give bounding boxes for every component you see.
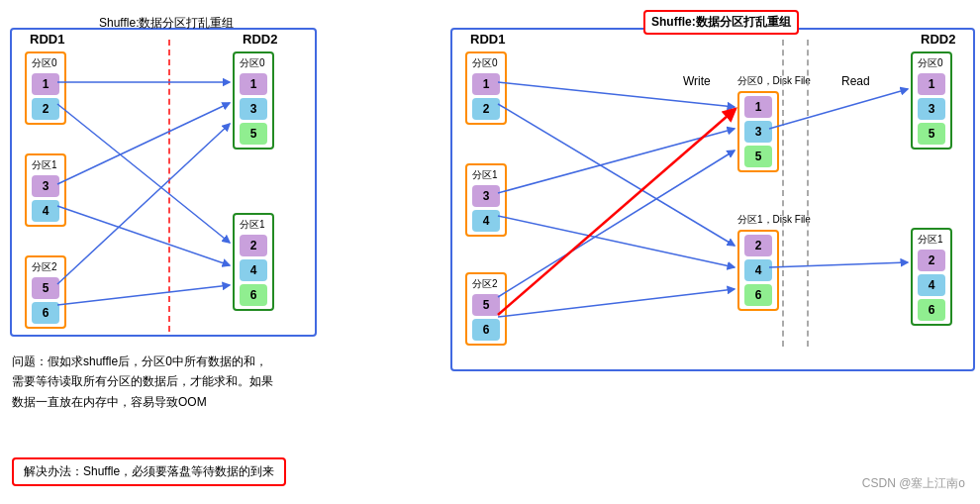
right-rdd1-partition-2: 分区2 5 6	[465, 272, 507, 346]
rdd2-cell-5: 5	[240, 123, 267, 145]
right-dashed-line-left	[782, 40, 784, 347]
left-diagram: RDD1 Shuffle:数据分区打乱重组 RDD2 分区0 1 2 分区1 3…	[10, 10, 317, 337]
read-label: Read	[841, 74, 870, 88]
rdd2-p0-label: 分区0	[240, 56, 267, 70]
rdd2-cell-3: 3	[240, 98, 267, 120]
right-rdd1-title: RDD1	[470, 32, 505, 47]
watermark: CSDN @塞上江南o	[862, 475, 965, 492]
cell-4: 4	[32, 200, 59, 222]
right-rdd1-partition-1: 分区1 3 4	[465, 163, 507, 237]
rdd2-p1-label: 分区1	[240, 218, 267, 232]
disk-file-0: 1 3 5	[737, 91, 779, 172]
left-rdd1-partition-1: 分区1 3 4	[25, 153, 66, 227]
left-dashed-line	[168, 40, 170, 332]
right-shuffle-box: Shuffle:数据分区打乱重组	[643, 10, 799, 35]
desc-line3: 数据一直放在内存中，容易导致OOM	[12, 392, 447, 412]
rdd2-cell-2: 2	[240, 235, 267, 256]
left-rdd1-partition-2: 分区2 5 6	[25, 255, 66, 329]
p2-label: 分区2	[32, 260, 59, 274]
left-rdd2-partition-0: 分区0 1 3 5	[233, 51, 274, 150]
right-rdd2-title: RDD2	[921, 32, 955, 47]
left-rdd2-title: RDD2	[243, 32, 277, 47]
cell-5: 5	[32, 277, 59, 299]
disk-file-0-label: 分区0，Disk File	[737, 74, 811, 88]
rdd2-cell-6: 6	[240, 284, 267, 306]
right-rdd1-partition-0: 分区0 1 2	[465, 51, 507, 125]
disk-file-1-label: 分区1，Disk File	[737, 213, 811, 227]
right-rdd2-partition-0: 分区0 1 3 5	[911, 51, 952, 150]
desc-line1: 问题：假如求shuffle后，分区0中所有数据的和，	[12, 352, 447, 371]
rdd2-cell-1: 1	[240, 73, 267, 95]
p1-label: 分区1	[32, 158, 59, 172]
p0-label: 分区0	[32, 56, 59, 70]
solution-box: 解决办法：Shuffle，必须要落盘等待数据的到来	[12, 457, 286, 486]
cell-2: 2	[32, 98, 59, 120]
left-rdd1-title: RDD1	[30, 32, 64, 47]
bottom-description: 问题：假如求shuffle后，分区0中所有数据的和， 需要等待读取所有分区的数据…	[12, 352, 447, 412]
desc-line2: 需要等待读取所有分区的数据后，才能求和。如果	[12, 371, 447, 391]
right-rdd2-partition-1: 分区1 2 4 6	[911, 228, 952, 326]
right-diagram: RDD1 Shuffle:数据分区打乱重组 RDD2 Write Read 分区…	[450, 10, 975, 371]
main-container: RDD1 Shuffle:数据分区打乱重组 RDD2 分区0 1 2 分区1 3…	[0, 0, 980, 504]
right-dashed-line-right	[807, 40, 809, 347]
disk-file-1: 2 4 6	[737, 230, 779, 311]
cell-6: 6	[32, 302, 59, 324]
cell-1: 1	[32, 73, 59, 95]
write-label: Write	[683, 74, 711, 88]
left-rdd2-partition-1: 分区1 2 4 6	[233, 213, 274, 311]
left-shuffle-label: Shuffle:数据分区打乱重组	[99, 15, 234, 32]
cell-3: 3	[32, 175, 59, 197]
rdd2-cell-4: 4	[240, 259, 267, 281]
left-rdd1-partition-0: 分区0 1 2	[25, 51, 66, 125]
